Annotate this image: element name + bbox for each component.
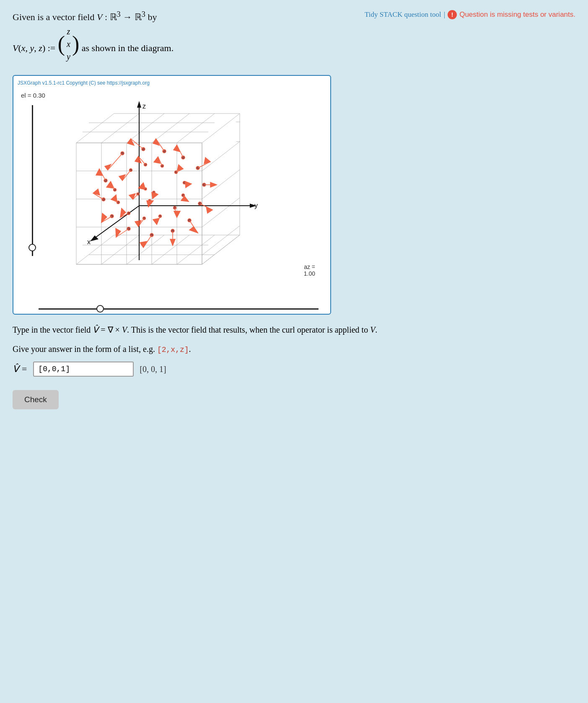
left-paren: ( xyxy=(58,33,65,55)
svg-marker-111 xyxy=(153,218,159,225)
svg-marker-132 xyxy=(152,192,158,199)
svg-marker-60 xyxy=(204,158,210,164)
svg-marker-72 xyxy=(170,239,175,246)
svg-line-25 xyxy=(202,170,240,199)
example-answer: [2,x,z] xyxy=(157,346,189,354)
z-axis-label: z xyxy=(142,103,146,110)
svg-marker-51 xyxy=(127,139,134,145)
3d-vector-field-svg: z y x xyxy=(34,88,319,294)
horizontal-slider-thumb[interactable] xyxy=(96,305,104,313)
svg-marker-66 xyxy=(206,207,212,213)
jsxgraph-copyright: JSXGraph v1.5.1-rc1 Copyright (C) see ht… xyxy=(18,80,326,86)
tidy-stack-bar: Tidy STACK question tool | ! Question is… xyxy=(365,10,575,19)
right-paren: ) xyxy=(72,33,79,55)
svg-line-34 xyxy=(101,235,139,264)
svg-marker-63 xyxy=(210,182,217,187)
instruction-paragraph: Type in the vector field V̂ = ∇ × V. Thi… xyxy=(13,322,575,337)
el-label: el = 0.30 xyxy=(21,92,45,99)
svg-marker-69 xyxy=(189,227,198,233)
form-instruction: Give your answer in the form of a list, … xyxy=(13,341,575,357)
svg-marker-105 xyxy=(181,196,189,202)
svg-line-2 xyxy=(202,114,240,143)
svg-marker-99 xyxy=(177,165,183,171)
rendered-answer: [0, 0, 1] xyxy=(140,362,166,377)
vertical-slider[interactable] xyxy=(32,105,33,256)
svg-line-1 xyxy=(76,114,114,143)
svg-marker-108 xyxy=(174,211,180,217)
v-slider-thumb[interactable] xyxy=(28,244,36,251)
matrix-entry-y: y xyxy=(67,51,70,62)
matrix-entries: z x y xyxy=(65,25,72,63)
svg-line-4 xyxy=(101,114,139,143)
check-button[interactable]: Check xyxy=(13,390,59,409)
svg-line-35 xyxy=(127,235,164,264)
svg-line-5 xyxy=(127,114,164,143)
bar-separator: | xyxy=(444,10,445,19)
graph-area[interactable]: el = 0.30 xyxy=(18,88,319,306)
svg-line-31 xyxy=(202,235,240,264)
jsxgraph-container: JSXGraph v1.5.1-rc1 Copyright (C) see ht… xyxy=(13,75,331,315)
svg-line-7 xyxy=(177,114,215,143)
y-axis-label: y xyxy=(254,202,258,209)
svg-marker-126 xyxy=(129,194,135,199)
matrix-entry-z: z xyxy=(67,26,70,37)
svg-marker-84 xyxy=(93,189,100,195)
tidy-stack-link[interactable]: Tidy STACK question tool xyxy=(365,10,441,19)
svg-marker-96 xyxy=(154,157,160,163)
svg-line-47 xyxy=(108,153,122,170)
v-hat-label: V̂ = xyxy=(13,361,27,377)
matrix-entry-x: x xyxy=(67,38,70,50)
svg-marker-41 xyxy=(137,101,141,108)
svg-marker-123 xyxy=(106,181,113,188)
warning-text: Question is missing tests or variants. xyxy=(459,10,575,19)
svg-marker-93 xyxy=(135,156,141,163)
matrix-display: ( z x y ) xyxy=(58,25,80,63)
x-axis-label: x xyxy=(87,238,91,246)
svg-line-24 xyxy=(202,142,240,171)
warning-icon: ! xyxy=(448,10,457,19)
top-bar: Given is a vector field V : ℝ3 → ℝ3 by V… xyxy=(13,8,575,70)
v-slider-track[interactable] xyxy=(32,105,33,256)
question-header: Given is a vector field V : ℝ3 → ℝ3 by V… xyxy=(13,8,174,70)
svg-marker-102 xyxy=(185,181,192,188)
horizontal-slider-track[interactable] xyxy=(39,308,319,310)
horizontal-slider-row[interactable] xyxy=(18,308,326,310)
answer-input[interactable] xyxy=(33,362,134,377)
answer-row: V̂ = [0, 0, 1] xyxy=(13,361,575,377)
answer-section: Type in the vector field V̂ = ∇ × V. Thi… xyxy=(13,322,575,377)
az-label: az = 1.00 xyxy=(304,264,315,277)
vector-definition: V(x, y, z) := ( z x y ) as shown in the … xyxy=(13,25,174,63)
svg-line-6 xyxy=(152,114,189,143)
question-intro: Given is a vector field V : ℝ3 → ℝ3 by xyxy=(13,8,174,25)
svg-marker-120 xyxy=(111,195,117,201)
